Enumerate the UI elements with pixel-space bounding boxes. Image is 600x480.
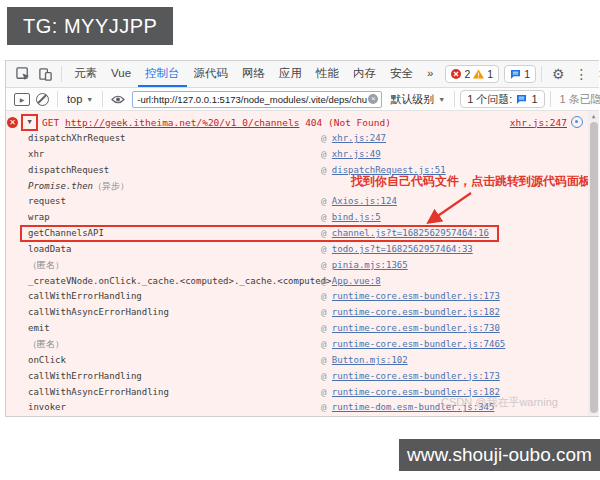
stack-location-link[interactable]: App.vue:8 [332,276,381,286]
response-status: 404 (Not Found) [305,117,391,128]
eye-icon[interactable] [111,95,125,104]
stack-location: @ bind.js:5 [321,210,381,226]
stack-location: @ runtime-core.esm-bundler.js:173 [321,369,500,385]
stack-function-name: request [28,196,66,206]
tabs: 元素Vue控制台源代码网络应用性能内存安全» [67,61,440,87]
stack-function-name: getChannelsAPI [28,228,104,238]
stack-location: @ runtime-core.esm-bundler.js:182 [321,305,500,321]
kebab-menu-icon[interactable]: ⋮ [575,67,589,81]
scrollbar-thumb[interactable] [590,122,598,413]
scrollbar[interactable]: ▲ [588,111,599,416]
stack-location-link[interactable]: xhr.js:247 [332,133,386,143]
log-level-dropdown[interactable]: 默认级别 [390,92,445,107]
stack-frame: onClick @ Button.mjs:102 [6,353,599,369]
inspect-element-icon[interactable] [14,65,32,83]
top-banner-text: TG: MYYJJPP [23,15,157,38]
divider [102,91,103,107]
tab-性能[interactable]: 性能 [309,61,346,87]
stack-frame: callWithErrorHandling @ runtime-core.esm… [6,369,599,385]
stack-frame: emit @ runtime-core.esm-bundler.js:730 [6,321,599,337]
context-selector[interactable]: top [67,93,93,105]
scroll-up-arrow-icon[interactable]: ▲ [588,112,599,119]
device-toolbar-icon[interactable] [36,65,54,83]
stack-function-name: _createVNode.onClick._cache.<computed>._… [28,276,331,286]
stack-location-link[interactable]: bind.js:5 [332,212,381,222]
stack-location-link[interactable]: Button.mjs:102 [332,355,408,365]
bottom-watermark-banner: www.shouji-oubo.com [399,439,600,471]
stack-location-link[interactable]: Axios.js:124 [332,196,397,206]
clear-console-icon[interactable] [36,93,49,106]
stack-function-name: （匿名） [28,260,64,270]
divider [57,91,58,107]
error-source-link[interactable]: xhr.js:247 [510,117,567,128]
stack-location-link[interactable]: todo.js?t=1682562957464:33 [332,244,473,254]
warning-icon [473,69,484,79]
stack-location: @ runtime-core.esm-bundler.js:730 [321,321,500,337]
issues-badge[interactable]: 1 个问题: 1 [460,90,544,108]
bottom-banner-text: www.shouji-oubo.com [407,444,592,466]
tab-安全[interactable]: 安全 [383,61,420,87]
console-output: ✕ ▼ GET http://geek.itheima.net/%20/v1_0… [6,111,599,416]
error-info-icon[interactable] [571,116,583,128]
settings-gear-icon[interactable]: ⚙ [552,67,565,81]
stack-location-link[interactable]: pinia.mjs:1365 [332,260,408,270]
request-url-link[interactable]: http://geek.itheima.net/%20/v1_0/channel… [65,117,300,128]
stack-location-link[interactable]: xhr.js:49 [332,149,381,159]
divider [541,66,542,82]
divider [454,91,455,107]
stack-function-name: Promise.then（异步） [28,181,129,191]
stack-frame: callWithAsyncErrorHandling @ runtime-cor… [6,305,599,321]
tab-网络[interactable]: 网络 [235,61,272,87]
tab-元素[interactable]: 元素 [67,61,104,87]
stack-location-link[interactable]: runtime-core.esm-bundler.js:173 [332,291,500,301]
stack-frame: callWithErrorHandling @ runtime-core.esm… [6,289,599,305]
tab-源代码[interactable]: 源代码 [187,61,236,87]
issue-bubble-icon [516,94,527,104]
filter-wrap: × [128,91,386,108]
stack-location-link[interactable]: runtime-core.esm-bundler.js:173 [332,371,500,381]
issues-label: 1 个问题: [467,92,512,107]
devtools-toolbar: 元素Vue控制台源代码网络应用性能内存安全» 2 1 1 ⚙ ⋮ × [6,61,599,88]
messages-badge[interactable]: 1 [504,65,536,83]
stack-location-link[interactable]: runtime-core.esm-bundler.js:182 [332,307,500,317]
error-icon [451,69,461,79]
stack-function-name: emit [28,323,50,333]
message-bubble-icon [510,69,521,79]
request-method: GET [42,117,59,128]
divider [550,91,551,107]
console-filter-input[interactable] [132,91,382,108]
annotation-arrow [416,189,478,233]
devtools-panel: 元素Vue控制台源代码网络应用性能内存安全» 2 1 1 ⚙ ⋮ × ▶ top [5,60,599,417]
stack-function-name: （匿名） [28,339,64,349]
annotation-text: 找到你自己代码文件，点击跳转到源代码面板 [351,173,591,190]
stack-location-link[interactable]: runtime-core.esm-bundler.js:730 [332,323,500,333]
annotation-box-expand: ▼ [21,114,38,131]
expand-triangle-icon[interactable]: ▼ [27,118,31,126]
stack-function-name: onClick [28,355,66,365]
stack-location: @ Button.mjs:102 [321,353,408,369]
stack-location: @ runtime-core.esm-bundler.js:7465 [321,337,505,353]
tab-内存[interactable]: 内存 [346,61,383,87]
stack-frame: _createVNode.onClick._cache.<computed>._… [6,274,599,290]
tab-应用[interactable]: 应用 [272,61,309,87]
stack-location: @ todo.js?t=1682562957464:33 [321,242,473,258]
tab-控制台[interactable]: 控制台 [138,61,187,87]
stack-function-name: callWithErrorHandling [28,291,142,301]
error-circle-icon: ✕ [7,117,18,128]
console-sidebar-icon[interactable]: ▶ [14,93,30,106]
stack-function-name: dispatchXhrRequest [28,133,126,143]
stack-location-link[interactable]: runtime-core.esm-bundler.js:7465 [332,339,505,349]
stack-function-name: xhr [28,149,44,159]
errors-warnings-badge[interactable]: 2 1 [445,65,499,83]
csdn-watermark: CSDN @我在乎warning [441,395,558,410]
divider [61,66,62,82]
top-watermark-banner: TG: MYYJJPP [7,7,173,45]
stack-frame: dispatchXhrRequest @ xhr.js:247 [6,131,599,147]
stack-frame: （匿名） @ pinia.mjs:1365 [6,258,599,274]
tab-Vue[interactable]: Vue [104,61,138,87]
stack-location: @ runtime-core.esm-bundler.js:173 [321,289,500,305]
issues-count: 1 [531,93,537,105]
tab-»[interactable]: » [420,61,440,87]
stack-frame: （匿名） @ runtime-core.esm-bundler.js:7465 [6,337,599,353]
stack-location: @ Axios.js:124 [321,194,397,210]
